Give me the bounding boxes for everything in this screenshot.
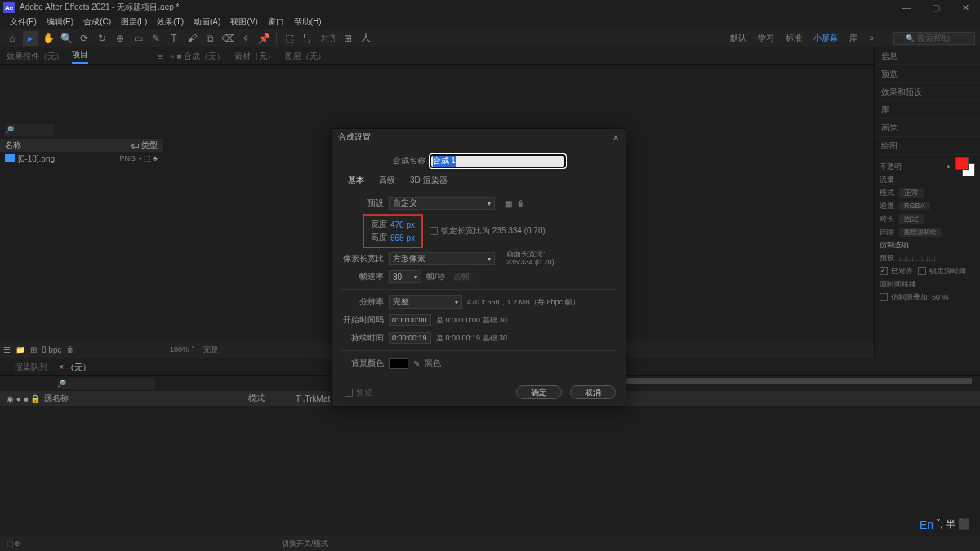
eraser-tool-icon[interactable]: ⌫: [220, 31, 235, 46]
dialog-titlebar[interactable]: 合成设置 ✕: [332, 129, 626, 145]
home-icon[interactable]: ⌂: [5, 31, 20, 46]
dialog-close-icon[interactable]: ✕: [612, 133, 619, 142]
snap-opt-icon[interactable]: ⊞: [341, 31, 355, 46]
clonediff-checkbox[interactable]: [880, 293, 888, 301]
workspace-more-icon[interactable]: »: [869, 33, 874, 42]
zoom-tool-icon[interactable]: 🔍: [59, 31, 74, 46]
panel-preview[interactable]: 预览: [875, 65, 980, 83]
col-name[interactable]: 名称: [5, 140, 21, 151]
snap-icon[interactable]: ⬚: [282, 31, 296, 46]
tab-project[interactable]: 项目: [72, 49, 88, 64]
start-tc-input[interactable]: [389, 314, 431, 326]
puppet-tool-icon[interactable]: 📌: [256, 31, 271, 46]
tab-effect-controls[interactable]: 效果控件（无）: [7, 51, 64, 62]
help-search-input[interactable]: 🔍 搜索帮助: [893, 32, 975, 45]
new-comp-icon[interactable]: ⊞: [30, 345, 37, 354]
project-search-input[interactable]: [5, 124, 54, 136]
panel-paint[interactable]: 绘图: [875, 137, 980, 155]
resolution-dropdown[interactable]: 完整▾: [389, 295, 462, 309]
rect-tool-icon[interactable]: ▭: [131, 31, 145, 46]
eyedropper-icon[interactable]: ✎: [413, 359, 420, 368]
menu-help[interactable]: 帮助(H): [291, 16, 325, 28]
preset-icons[interactable]: ⬚⬚⬚⬚⬚: [899, 254, 936, 262]
interpret-icon[interactable]: ☰: [3, 345, 11, 354]
aligned-checkbox[interactable]: [880, 267, 888, 275]
mode-value[interactable]: 正常: [899, 188, 924, 198]
preset-save-icon[interactable]: ▦: [505, 199, 512, 208]
tl-footer-icon1[interactable]: ⬚: [7, 540, 14, 548]
menu-view[interactable]: 视图(V): [227, 16, 261, 28]
panel-menu-icon[interactable]: ≡: [158, 51, 163, 61]
color-swatches[interactable]: [956, 157, 975, 176]
panel-info[interactable]: 信息: [875, 47, 980, 65]
orbit-tool-icon[interactable]: ⟳: [77, 31, 91, 46]
clone-tool-icon[interactable]: ⧉: [203, 31, 217, 46]
comp-name-input[interactable]: [430, 155, 565, 167]
panel-effects-presets[interactable]: 效果和预设: [875, 83, 980, 101]
selection-tool-icon[interactable]: ▸: [23, 31, 38, 46]
new-folder-icon[interactable]: 📁: [16, 345, 25, 354]
toggle-switches-button[interactable]: 切换开关/模式: [282, 539, 328, 549]
dialog-tab-3d[interactable]: 3D 渲染器: [410, 175, 448, 189]
col-source-name[interactable]: 源名称: [44, 393, 248, 404]
maximize-button[interactable]: ▢: [921, 0, 951, 15]
menu-composition[interactable]: 合成(C): [80, 16, 114, 28]
col-mode[interactable]: 模式: [248, 393, 296, 404]
brush-tool-icon[interactable]: 🖌: [185, 31, 199, 46]
menu-layer[interactable]: 图层(L): [118, 16, 150, 28]
anchor-tool-icon[interactable]: ⊕: [113, 31, 127, 46]
duration-input[interactable]: [389, 332, 431, 344]
hand-tool-icon[interactable]: ✋: [41, 31, 56, 46]
menu-effect[interactable]: 效果(T): [154, 16, 187, 28]
bgcolor-swatch[interactable]: [389, 358, 408, 369]
project-item-row[interactable]: [0-18].png PNG ▪ ⬚ ♣: [0, 152, 163, 165]
menu-edit[interactable]: 编辑(E): [43, 16, 77, 28]
menu-window[interactable]: 窗口: [265, 16, 287, 28]
preset-dropdown[interactable]: 自定义▾: [389, 197, 495, 210]
zoom-dropdown[interactable]: 100% ˅: [170, 345, 195, 353]
channel-value[interactable]: RGBA: [899, 202, 930, 210]
minimize-button[interactable]: —: [892, 0, 921, 15]
par-dropdown[interactable]: 方形像素▾: [389, 252, 495, 265]
dialog-tab-advanced[interactable]: 高级: [379, 175, 395, 189]
workspace-library[interactable]: 库: [849, 33, 858, 44]
tab-render-queue[interactable]: 渲染队列: [15, 362, 47, 373]
viewer-tab-layer[interactable]: 图层（无）: [285, 51, 326, 62]
lock-aspect-checkbox[interactable]: [430, 227, 438, 235]
tl-footer-icon2[interactable]: ⊕: [14, 540, 20, 548]
foreground-color[interactable]: [956, 157, 969, 170]
trash-icon[interactable]: 🗑: [66, 345, 74, 354]
close-button[interactable]: ✕: [951, 0, 980, 15]
pen-tool-icon[interactable]: ✎: [149, 31, 163, 46]
type-tool-icon[interactable]: T: [167, 31, 181, 46]
bpc-button[interactable]: 8 bpc: [42, 345, 61, 354]
tab-timeline-none[interactable]: × （无）: [59, 362, 91, 373]
viewer-tab-footage[interactable]: 素材（无）: [234, 51, 275, 62]
preview-checkbox[interactable]: [345, 389, 353, 397]
locktime-checkbox[interactable]: [918, 267, 926, 275]
menu-animation[interactable]: 动画(A): [190, 16, 224, 28]
snap2-icon[interactable]: ⸢⸥: [300, 31, 314, 46]
snap-opt2-icon[interactable]: 人: [359, 31, 373, 46]
menu-file[interactable]: 文件(F): [7, 16, 40, 28]
timeline-search-input[interactable]: [57, 378, 155, 389]
duration-value[interactable]: 固定: [899, 214, 924, 224]
fps-dropdown[interactable]: 30▾: [389, 270, 421, 283]
col-type[interactable]: 🏷 类型: [131, 140, 158, 151]
workspace-small[interactable]: 小屏幕: [813, 33, 838, 44]
viewer-tab-flow[interactable]: » ■ 合成（无）: [170, 51, 225, 62]
preset-delete-icon[interactable]: 🗑: [517, 199, 525, 208]
roto-tool-icon[interactable]: ✧: [238, 31, 253, 46]
erase-value[interactable]: 图层源和绘: [899, 228, 942, 237]
rotate-tool-icon[interactable]: ↻: [95, 31, 109, 46]
resolution-dropdown[interactable]: 完整: [203, 344, 218, 355]
workspace-learn[interactable]: 学习: [758, 33, 774, 44]
width-value[interactable]: 470 px: [390, 220, 415, 229]
cancel-button[interactable]: 取消: [570, 385, 616, 399]
panel-brushes[interactable]: 画笔: [875, 119, 980, 137]
height-value[interactable]: 668 px: [390, 233, 415, 242]
dialog-tab-basic[interactable]: 基本: [348, 175, 364, 189]
panel-library[interactable]: 库: [875, 101, 980, 119]
ok-button[interactable]: 确定: [516, 385, 562, 399]
workspace-standard[interactable]: 标准: [786, 33, 802, 44]
